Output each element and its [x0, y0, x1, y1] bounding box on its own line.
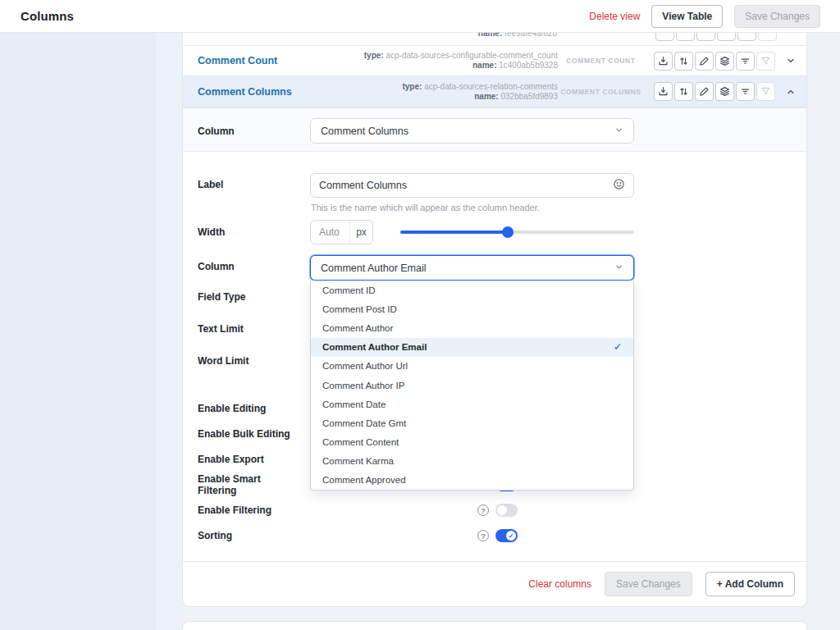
- delete-view-link[interactable]: Delete view: [589, 11, 640, 22]
- combobox-value: Comment Author Email: [321, 262, 427, 274]
- save-changes-button-top[interactable]: Save Changes: [734, 5, 820, 28]
- dropdown-option[interactable]: Comment Approved ✓: [311, 471, 633, 490]
- toggle-switch[interactable]: ✓: [495, 529, 518, 542]
- width-input[interactable]: Auto: [311, 226, 349, 238]
- toggle-row-label: Enable Editing: [198, 403, 298, 414]
- meta-type-key: type:: [364, 51, 384, 60]
- chevron-down-icon[interactable]: [780, 56, 801, 66]
- panel-footer: Clear columns Save Changes + Add Column: [183, 561, 806, 606]
- chevron-down-icon: [614, 126, 623, 137]
- column-field-label: Column: [198, 261, 235, 272]
- column-type-select[interactable]: Comment Columns: [310, 118, 634, 144]
- dropdown-option[interactable]: Comment Author Url ✓: [311, 357, 633, 376]
- dropdown-option[interactable]: Comment Post ID ✓: [311, 299, 633, 318]
- width-slider[interactable]: [400, 229, 634, 235]
- funnel-filter-icon[interactable]: [756, 82, 775, 101]
- download-icon[interactable]: [654, 52, 673, 71]
- action-button[interactable]: [655, 33, 674, 41]
- label-help-text: This is the name which will appear as th…: [311, 203, 540, 212]
- dropdown-option[interactable]: Comment Author IP ✓: [311, 376, 633, 395]
- width-input-group[interactable]: Auto px: [310, 220, 373, 244]
- meta-name-value: fee9afe4af628: [504, 33, 557, 38]
- dropdown-option[interactable]: Comment Content ✓: [311, 433, 633, 452]
- meta-type-value: acp-data-sources-configurable-comment_co…: [386, 51, 558, 60]
- dropdown-option[interactable]: Comment Date ✓: [311, 395, 633, 413]
- smart-filter-icon[interactable]: [736, 82, 755, 101]
- action-button[interactable]: [758, 33, 777, 41]
- toggle-row-label: Enable Smart Filtering: [198, 473, 298, 496]
- action-button[interactable]: [717, 33, 736, 41]
- width-field-label: Width: [198, 226, 225, 238]
- toggle-row-label: Enable Bulk Editing: [198, 428, 298, 440]
- field-row-label: Field Type: [198, 291, 245, 303]
- dropdown-option[interactable]: Comment Author Email ✓: [311, 338, 633, 357]
- row-actions: [654, 82, 775, 101]
- dropdown-option-label: Comment Author IP: [322, 381, 404, 390]
- column-row-comment-columns: Comment Columns type: acp-data-sources-r…: [183, 76, 806, 107]
- layers-icon[interactable]: [715, 52, 734, 71]
- top-bar: Columns Delete view View Table Save Chan…: [0, 0, 840, 33]
- dropdown-option-label: Comment ID: [322, 285, 376, 295]
- chevron-down-icon: [614, 262, 623, 274]
- left-sidebar: [0, 33, 156, 630]
- column-dropdown: Comment ID ✓ Comment Post ID ✓ Comment A…: [310, 281, 634, 491]
- toggle-knob: ✓: [506, 531, 516, 541]
- dropdown-option[interactable]: Comment Author ✓: [311, 318, 633, 337]
- action-button[interactable]: [737, 33, 756, 41]
- dropdown-option-label: Comment Karma: [322, 456, 394, 466]
- clear-columns-link[interactable]: Clear columns: [528, 578, 591, 590]
- select-value: Comment Columns: [321, 126, 409, 137]
- dropdown-option[interactable]: Comment Karma ✓: [311, 452, 633, 471]
- dropdown-option-label: Comment Author Email: [322, 342, 427, 352]
- edit-pencil-icon[interactable]: [695, 82, 714, 101]
- help-question-icon[interactable]: ?: [477, 504, 489, 516]
- dropdown-option[interactable]: Comment ID ✓: [311, 281, 633, 299]
- dropdown-option-label: Comment Author Url: [322, 361, 408, 371]
- next-panel-edge: [182, 621, 807, 630]
- action-button[interactable]: [676, 33, 695, 41]
- move-icon[interactable]: [674, 52, 693, 71]
- row-title-link[interactable]: Comment Columns: [183, 86, 326, 98]
- field-row-label: Word Limit: [198, 355, 249, 367]
- column-row-comment-count: Comment Count type: acp-data-sources-con…: [183, 46, 806, 76]
- dropdown-option[interactable]: Comment Date Gmt ✓: [311, 413, 633, 432]
- field-row-label: Text Limit: [198, 323, 244, 335]
- slider-fill: [400, 231, 508, 234]
- dropdown-option-label: Comment Date: [322, 399, 386, 409]
- row-title-link[interactable]: Comment Count: [183, 55, 326, 66]
- label-input-value: Comment Columns: [319, 180, 407, 191]
- toggle-knob: [497, 505, 507, 515]
- page-title: Columns: [0, 9, 74, 23]
- partial-column-row: name: fee9afe4af628: [183, 33, 806, 46]
- download-icon[interactable]: [654, 82, 673, 101]
- row-meta: type: acp-data-sources-relation-comments…: [326, 82, 558, 102]
- toggle-row-label: Enable Export: [198, 454, 298, 465]
- row-type-badge: COMMENT COUNT: [558, 57, 644, 65]
- funnel-filter-icon[interactable]: [756, 52, 775, 71]
- emoji-smiley-icon[interactable]: [613, 178, 625, 193]
- chevron-up-icon[interactable]: [780, 87, 801, 97]
- partial-row-actions: [655, 33, 777, 41]
- toggle-row: Sorting ? ✓: [198, 529, 518, 542]
- slider-handle[interactable]: [502, 226, 514, 238]
- column-combobox[interactable]: Comment Author Email: [310, 255, 634, 281]
- layers-icon[interactable]: [715, 82, 734, 101]
- meta-name-value: 032bba5fd9893: [500, 92, 558, 101]
- toggle-switch[interactable]: [495, 504, 518, 517]
- move-icon[interactable]: [674, 82, 693, 101]
- view-table-button[interactable]: View Table: [651, 5, 723, 28]
- save-changes-button-bottom[interactable]: Save Changes: [605, 572, 692, 596]
- columns-panel: name: fee9afe4af628 Comment Count type: …: [182, 33, 807, 607]
- add-column-button[interactable]: + Add Column: [705, 572, 795, 596]
- row-actions: [654, 52, 775, 71]
- row-meta: type: acp-data-sources-configurable-comm…: [326, 51, 558, 71]
- dropdown-option-label: Comment Date Gmt: [322, 418, 406, 428]
- label-input[interactable]: Comment Columns: [310, 173, 634, 198]
- edit-pencil-icon[interactable]: [695, 52, 714, 71]
- action-button[interactable]: [696, 33, 715, 41]
- help-question-icon[interactable]: ?: [477, 530, 489, 541]
- smart-filter-icon[interactable]: [736, 52, 755, 71]
- dropdown-option-label: Comment Post ID: [322, 304, 397, 314]
- dropdown-option-label: Comment Content: [322, 437, 399, 447]
- width-unit-label: px: [349, 221, 372, 244]
